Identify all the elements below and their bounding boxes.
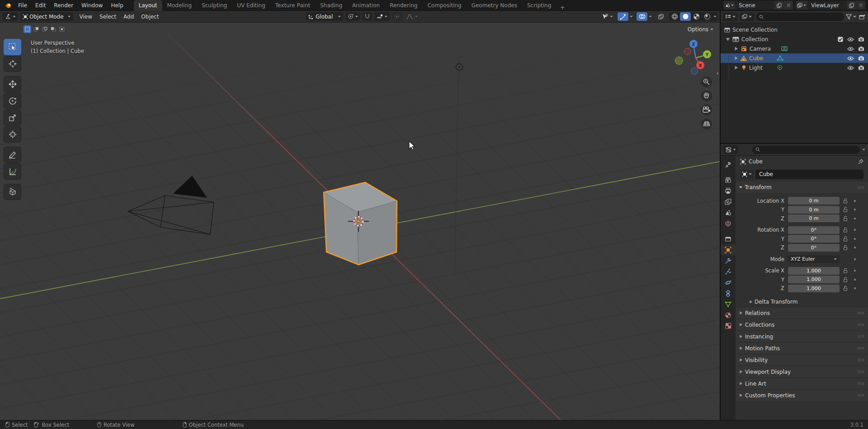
lock-icon[interactable] xyxy=(840,277,851,282)
viewport-3d[interactable]: Z Y X xyxy=(0,23,720,420)
tool-rotate[interactable] xyxy=(4,93,21,109)
outliner-row-collection[interactable]: Collection xyxy=(721,34,868,44)
animate-dot[interactable] xyxy=(854,229,856,231)
animate-dot[interactable] xyxy=(854,279,856,281)
gizmos-toggle[interactable] xyxy=(618,12,628,21)
camera-view-button[interactable] xyxy=(701,105,712,115)
properties-options-dropdown[interactable] xyxy=(862,149,865,151)
gizmo-neg-y[interactable] xyxy=(675,57,683,65)
outliner-filter-funnel[interactable] xyxy=(846,14,856,19)
lock-icon[interactable] xyxy=(840,207,851,212)
rotation-y-field[interactable]: 0° xyxy=(788,235,840,243)
select-mode-set[interactable] xyxy=(24,25,31,33)
animate-dot[interactable] xyxy=(854,209,856,210)
menu-render[interactable]: Render xyxy=(50,0,77,11)
tab-object-active[interactable] xyxy=(721,244,736,255)
lock-icon[interactable] xyxy=(840,268,851,273)
view-layer-browse-button[interactable] xyxy=(796,1,807,10)
outliner-row-camera[interactable]: Camera xyxy=(721,44,868,53)
cube-object[interactable] xyxy=(324,182,397,265)
rotation-z-field[interactable]: 0° xyxy=(788,244,840,252)
animate-dot[interactable] xyxy=(854,238,856,240)
menu-add[interactable]: Add xyxy=(120,14,137,20)
gizmo-neg-z[interactable] xyxy=(691,68,698,75)
shading-solid-button[interactable] xyxy=(680,12,691,21)
zoom-button[interactable] xyxy=(701,76,712,87)
tool-transform[interactable] xyxy=(4,126,21,143)
rotation-mode-dropdown[interactable]: XYZ Euler xyxy=(788,255,840,263)
menu-view[interactable]: View xyxy=(76,14,96,20)
gizmos-dropdown[interactable] xyxy=(630,16,633,18)
overlays-dropdown[interactable] xyxy=(649,16,652,18)
scene-new-button[interactable] xyxy=(774,1,783,10)
tab-texture-paint[interactable]: Texture Paint xyxy=(270,0,315,11)
location-y-field[interactable]: 0 m xyxy=(788,206,840,214)
outliner-row-scene-collection[interactable]: Scene Collection xyxy=(721,25,868,34)
outliner-search[interactable] xyxy=(756,13,844,21)
new-collection-button[interactable] xyxy=(859,14,866,20)
shading-wireframe-button[interactable] xyxy=(669,12,680,21)
animate-dot[interactable] xyxy=(854,258,856,260)
tool-scale[interactable] xyxy=(4,110,21,126)
proportional-falloff-dropdown[interactable] xyxy=(404,12,420,21)
tab-view-layer[interactable] xyxy=(721,196,736,207)
tab-layout[interactable]: Layout xyxy=(134,0,162,11)
tab-uv-editing[interactable]: UV Editing xyxy=(232,0,270,11)
expand-icon[interactable] xyxy=(734,47,738,51)
panel-motion-paths[interactable]: Motion Paths xyxy=(736,342,868,354)
mode-dropdown[interactable]: Object Mode xyxy=(20,12,73,21)
tool-measure[interactable] xyxy=(4,163,21,180)
menu-object[interactable]: Object xyxy=(137,14,162,20)
panel-delta-transform[interactable]: Delta Transform xyxy=(736,297,868,307)
lock-icon[interactable] xyxy=(840,216,851,221)
tab-physics[interactable] xyxy=(721,277,736,288)
tab-material[interactable] xyxy=(721,310,736,320)
animate-dot[interactable] xyxy=(854,270,856,272)
hide-eye-icon[interactable] xyxy=(847,56,854,61)
view-layer-delete-button[interactable] xyxy=(856,1,865,10)
scene-browse-button[interactable] xyxy=(723,1,735,10)
overlays-toggle[interactable] xyxy=(637,12,647,21)
scale-x-field[interactable]: 1.000 xyxy=(788,267,840,275)
tab-compositing[interactable]: Compositing xyxy=(422,0,466,11)
tool-move[interactable] xyxy=(4,76,21,92)
shading-material-button[interactable] xyxy=(691,12,702,21)
show-object-types-dropdown[interactable] xyxy=(599,12,615,21)
lock-icon[interactable] xyxy=(840,227,851,233)
location-z-field[interactable]: 0 m xyxy=(788,214,840,222)
proportional-editing-toggle[interactable] xyxy=(392,12,401,21)
expand-icon[interactable] xyxy=(734,57,738,60)
tab-output[interactable] xyxy=(721,186,736,196)
tab-scripting[interactable]: Scripting xyxy=(522,0,556,11)
view-layer-name[interactable]: ViewLayer xyxy=(807,2,846,9)
panel-custom-properties[interactable]: Custom Properties xyxy=(736,389,868,401)
outliner-row-cube[interactable]: Cube xyxy=(721,53,868,63)
animate-dot[interactable] xyxy=(854,200,856,202)
xray-toggle[interactable] xyxy=(656,12,666,21)
lock-icon[interactable] xyxy=(840,286,851,291)
tab-modeling[interactable]: Modeling xyxy=(162,0,197,11)
panel-relations[interactable]: Relations xyxy=(736,307,868,319)
panel-viewport-display[interactable]: Viewport Display xyxy=(736,366,868,377)
expand-icon[interactable] xyxy=(726,38,730,41)
menu-help[interactable]: Help xyxy=(107,0,127,11)
menu-window[interactable]: Window xyxy=(77,0,107,11)
panel-instancing[interactable]: Instancing xyxy=(736,330,868,342)
tool-add-cube[interactable] xyxy=(4,184,21,200)
panel-grip[interactable] xyxy=(858,186,864,189)
panel-visibility[interactable]: Visibility xyxy=(736,354,868,366)
outliner-row-light[interactable]: Light xyxy=(721,63,868,72)
properties-search-input[interactable] xyxy=(762,147,857,153)
rotation-x-field[interactable]: 0° xyxy=(788,226,840,234)
panel-line-art[interactable]: Line Art xyxy=(736,377,868,389)
disable-render-camera-icon[interactable] xyxy=(858,37,864,42)
panel-collections[interactable]: Collections xyxy=(736,319,868,330)
object-id-button[interactable] xyxy=(740,170,754,179)
tab-modifiers[interactable] xyxy=(721,255,736,266)
tab-rendering[interactable]: Rendering xyxy=(385,0,422,11)
hide-eye-icon[interactable] xyxy=(847,66,854,70)
gizmo-neg-x[interactable] xyxy=(684,48,691,55)
transform-panel-header[interactable]: Transform xyxy=(736,182,868,193)
snap-target-dropdown[interactable] xyxy=(374,12,390,21)
blender-logo-icon[interactable] xyxy=(0,2,14,9)
